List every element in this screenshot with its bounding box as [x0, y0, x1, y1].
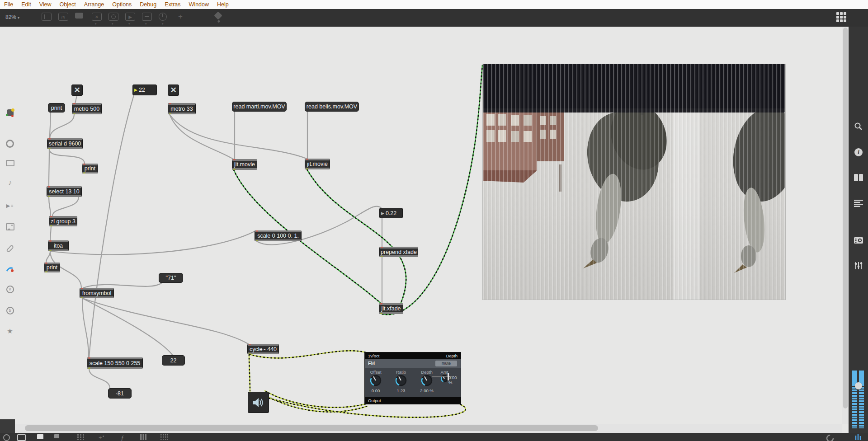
split-view-icon[interactable] [853, 172, 864, 183]
dots-icon[interactable] [160, 434, 168, 440]
box-text: "71" [166, 275, 176, 281]
number-value: 22 [139, 87, 145, 93]
chevron-down-icon[interactable]: ▾ [145, 22, 147, 26]
toggle-icon[interactable]: ✕▾ [92, 13, 103, 22]
audio-status-icon[interactable] [855, 434, 861, 441]
horizontal-scrollbar[interactable] [15, 424, 842, 433]
toggle-box[interactable]: ✕ [168, 84, 179, 96]
box-text: zl group 3 [51, 218, 75, 225]
list-icon[interactable] [853, 197, 864, 209]
object-box-prepend-xfade[interactable]: prepend xfade [379, 247, 418, 257]
slider-icon[interactable]: ▾ [142, 13, 153, 22]
top-toolbar: 82%▾ m✕▾▾▶▾▾▾+ [0, 9, 868, 27]
audio-level-meters[interactable] [852, 371, 865, 428]
number-value: 0.22 [386, 210, 396, 216]
knob-ratio[interactable]: Ratio1.23 [388, 370, 414, 393]
object-box-select[interactable]: select 13 10 [47, 186, 82, 197]
number-box-float[interactable]: ▶0.22 [379, 208, 403, 218]
chevron-down-icon[interactable]: ▾ [162, 22, 164, 26]
object-box-jit-movie-1[interactable]: jit.movie [232, 159, 257, 170]
message-box-read-bells[interactable]: read bells.mov.MOV [305, 102, 359, 112]
snippets-icon[interactable]: ▶≡ [5, 200, 15, 211]
menu-view[interactable]: View [35, 1, 56, 8]
palette-grid-icon[interactable] [836, 12, 847, 23]
bars-icon[interactable] [140, 434, 146, 440]
number-box[interactable]: ▶22 [132, 84, 157, 95]
function-icon[interactable]: ƒ [121, 434, 124, 441]
message-box-22[interactable]: 22 [162, 355, 185, 366]
object-box-print[interactable]: print [82, 164, 98, 174]
lessons-icon[interactable] [5, 158, 15, 169]
window-icon[interactable] [17, 434, 26, 441]
object-box-jit-movie-2[interactable]: jit.movie [305, 159, 330, 169]
object-icon[interactable] [42, 13, 52, 22]
menu-extras[interactable]: Extras [160, 1, 184, 8]
browser-icon[interactable] [5, 107, 15, 118]
chevron-down-icon[interactable]: ▾ [95, 22, 97, 26]
knob-offset[interactable]: Offset0.00 [363, 370, 388, 393]
inspector-square-icon[interactable] [54, 434, 59, 438]
console-icon[interactable] [5, 138, 15, 149]
object-box-scale-0-100[interactable]: scale 0 100 0. 1. [255, 230, 302, 241]
menu-file[interactable]: File [0, 1, 17, 8]
horizontal-scrollbar-thumb[interactable] [25, 425, 598, 431]
message-box-print[interactable]: print [48, 103, 65, 113]
object-box-metro-33[interactable]: metro 33 [168, 103, 196, 114]
chevron-down-icon[interactable]: ▾ [112, 22, 113, 26]
clock-icon[interactable] [826, 434, 834, 441]
object-box-jit-xfade[interactable]: jit.xfade [379, 303, 403, 314]
menu-debug[interactable]: Debug [136, 1, 160, 8]
comment-icon[interactable] [75, 13, 86, 22]
menu-object[interactable]: Object [56, 1, 80, 8]
add-icon[interactable]: + [175, 13, 186, 22]
snap-icon[interactable]: + [99, 434, 104, 441]
user-icon[interactable] [3, 434, 10, 441]
object-box-cycle-440[interactable]: cycle~ 440 [247, 344, 279, 354]
menu-options[interactable]: Options [108, 1, 136, 8]
object-box-itoa[interactable]: itoa [48, 240, 69, 251]
info-icon[interactable]: i [853, 146, 864, 158]
menu-help[interactable]: Help [213, 1, 233, 8]
message-box-neg81[interactable]: -81 [108, 388, 132, 399]
mute-button[interactable]: mute [435, 361, 457, 366]
chevron-down-icon[interactable]: ▾ [128, 22, 130, 26]
vertical-scrollbar-thumb[interactable] [843, 28, 848, 408]
audio-icon[interactable]: ♪ [5, 177, 15, 188]
message-icon[interactable]: m [58, 13, 69, 22]
video-preview-window[interactable] [483, 64, 785, 300]
pointer-icon[interactable] [5, 264, 15, 275]
vizzie-icon[interactable]: v [5, 284, 15, 295]
dial-icon[interactable]: ▾ [159, 13, 170, 22]
vertical-scrollbar[interactable] [842, 27, 849, 424]
console-square-icon[interactable] [37, 434, 43, 439]
object-box-fromsymbol[interactable]: fromsymbol [80, 288, 114, 298]
message-box-71[interactable]: "71" [159, 273, 183, 283]
gain-slider-knob[interactable] [855, 382, 862, 389]
box-text: scale 150 550 0 255 [90, 360, 141, 366]
mixer-icon[interactable] [853, 260, 864, 272]
images-icon[interactable] [5, 221, 15, 232]
camera-icon[interactable] [853, 234, 864, 246]
search-icon[interactable] [853, 121, 864, 132]
fm-device-panel[interactable]: 1v/oct Depth FM mute Offset0.00Ratio1.23… [365, 352, 461, 404]
button-icon[interactable]: ▾ [108, 13, 119, 22]
object-box-metro-500[interactable]: metro 500 [72, 103, 102, 114]
message-box-read-marti[interactable]: read marti.mov.MOV [232, 102, 287, 112]
favorites-icon[interactable]: ★ [5, 326, 15, 337]
playbar-icon[interactable]: ▶▾ [125, 13, 136, 22]
zoom-level-control[interactable]: 82%▾ [5, 14, 19, 20]
attachments-icon[interactable] [5, 243, 15, 254]
menu-arrange[interactable]: Arrange [80, 1, 108, 8]
toggle-box[interactable]: ✕ [71, 84, 83, 96]
menu-edit[interactable]: Edit [17, 1, 35, 8]
ezdac-speaker-button[interactable] [248, 392, 269, 413]
object-box-print[interactable]: print [44, 263, 60, 272]
object-box-scale-150[interactable]: scale 150 550 0 255 [87, 357, 143, 369]
menu-window[interactable]: Window [185, 1, 213, 8]
grid-icon[interactable] [77, 434, 85, 440]
patcher-canvas[interactable]: ✕✕▶22printmetro 500metro 33read marti.mo… [0, 27, 842, 433]
beap-icon[interactable]: b [5, 305, 15, 316]
object-box-serial[interactable]: serial d 9600 [47, 138, 83, 149]
object-box-zl-group[interactable]: zl group 3 [49, 216, 77, 226]
paint-bucket-icon[interactable] [215, 13, 226, 22]
